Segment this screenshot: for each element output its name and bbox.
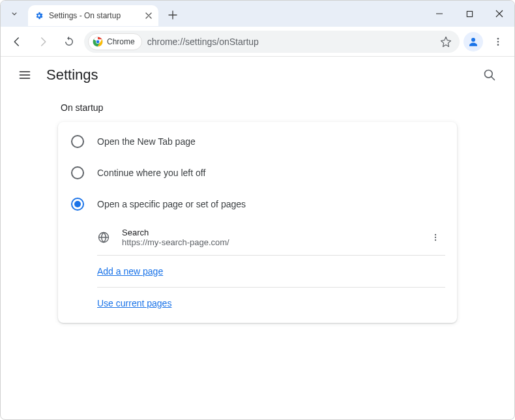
- use-current-link[interactable]: Use current pages: [97, 298, 171, 308]
- browser-toolbar: Chrome chrome://settings/onStartup: [1, 27, 514, 57]
- new-tab-button[interactable]: [164, 6, 182, 24]
- radio-label: Open a specific page or set of pages: [97, 199, 246, 209]
- url-text: chrome://settings/onStartup: [147, 37, 431, 47]
- radio-option-new-tab[interactable]: Open the New Tab page: [58, 126, 457, 157]
- site-chip[interactable]: Chrome: [88, 33, 142, 50]
- page-title: Settings: [46, 67, 98, 83]
- maximize-button[interactable]: [454, 1, 484, 27]
- startup-page-url: https://my-search-page.com/: [122, 237, 414, 247]
- chrome-icon: [93, 37, 103, 47]
- minimize-button[interactable]: [424, 1, 454, 27]
- browser-tab[interactable]: Settings - On startup: [28, 5, 158, 26]
- svg-point-7: [497, 40, 499, 42]
- use-current-row: Use current pages: [97, 288, 445, 319]
- radio-label: Open the New Tab page: [97, 136, 196, 147]
- address-bar[interactable]: Chrome chrome://settings/onStartup: [84, 31, 460, 53]
- settings-content: On startup Open the New Tab page Continu…: [1, 93, 514, 323]
- radio-icon: [71, 198, 84, 211]
- menu-icon[interactable]: [14, 64, 36, 86]
- startup-page-name: Search: [122, 228, 414, 237]
- startup-page-row: Search https://my-search-page.com/: [97, 220, 445, 255]
- svg-point-4: [96, 40, 100, 43]
- svg-point-5: [471, 38, 475, 42]
- section-title: On startup: [61, 102, 457, 113]
- svg-point-8: [497, 44, 499, 46]
- radio-option-specific-pages[interactable]: Open a specific page or set of pages: [58, 188, 457, 220]
- gear-icon: [35, 11, 44, 20]
- svg-point-13: [435, 239, 436, 241]
- svg-point-12: [435, 237, 436, 238]
- close-icon[interactable]: [145, 12, 152, 19]
- search-button[interactable]: [478, 63, 501, 87]
- radio-icon: [71, 135, 84, 148]
- reload-button[interactable]: [58, 31, 80, 53]
- close-window-button[interactable]: [484, 1, 514, 27]
- radio-option-continue[interactable]: Continue where you left off: [58, 157, 457, 188]
- window-titlebar: Settings - On startup: [1, 1, 514, 27]
- svg-point-11: [435, 234, 436, 235]
- forward-button[interactable]: [32, 31, 54, 53]
- radio-icon: [71, 166, 84, 179]
- tab-search-button[interactable]: [6, 5, 23, 22]
- startup-card: Open the New Tab page Continue where you…: [58, 122, 457, 323]
- profile-button[interactable]: [464, 32, 483, 52]
- svg-rect-0: [467, 11, 472, 16]
- startup-pages-area: Search https://my-search-page.com/ Add a…: [97, 220, 445, 319]
- settings-header: Settings: [1, 57, 514, 93]
- svg-point-6: [497, 38, 499, 40]
- radio-label: Continue where you left off: [97, 168, 205, 178]
- globe-icon: [97, 231, 110, 244]
- bookmark-button[interactable]: [436, 36, 456, 48]
- page-row-menu-button[interactable]: [426, 230, 445, 245]
- add-page-row: Add a new page: [97, 256, 445, 287]
- site-chip-label: Chrome: [107, 37, 135, 46]
- window-controls: [424, 1, 514, 27]
- add-page-link[interactable]: Add a new page: [97, 266, 163, 277]
- back-button[interactable]: [6, 31, 28, 53]
- tab-title: Settings - On startup: [49, 11, 140, 20]
- browser-menu-button[interactable]: [487, 31, 509, 53]
